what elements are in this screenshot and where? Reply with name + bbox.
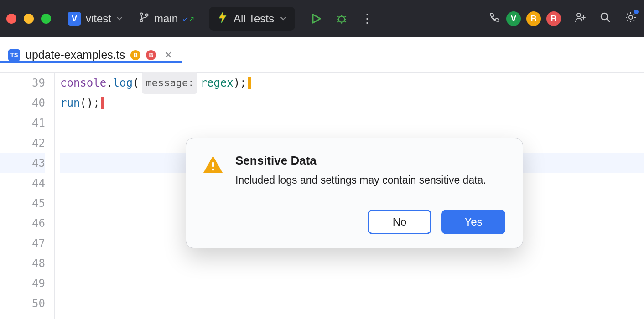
line-number: 45: [0, 193, 45, 213]
token: console: [60, 73, 106, 93]
minimize-window-icon[interactable]: [24, 14, 34, 24]
avatar[interactable]: B: [526, 11, 541, 26]
token: .: [106, 73, 113, 93]
branch-icon: [139, 12, 150, 26]
dialog-message: Included logs and settings may contain s…: [235, 172, 486, 188]
code-line[interactable]: run ();: [60, 93, 644, 113]
active-tab-indicator: [0, 61, 182, 63]
project-name: vitest: [86, 12, 111, 25]
add-user-icon[interactable]: [574, 11, 587, 26]
inspection-marker-icon: [248, 77, 251, 89]
chevron-down-icon: [280, 12, 287, 25]
svg-point-1: [140, 20, 143, 22]
svg-point-8: [212, 169, 214, 171]
tab-badge: B: [130, 50, 140, 60]
warning-icon: [202, 154, 224, 176]
code-line[interactable]: console . log ( message: regex );: [60, 73, 644, 93]
line-number: 44: [0, 173, 45, 193]
vcs-branch[interactable]: main ↙↗: [139, 12, 194, 26]
title-bar: V vitest main ↙↗ All Tests: [0, 0, 644, 37]
sync-arrows-icon: ↙↗: [182, 15, 194, 23]
editor-tabs: TS update-examples.ts B B ✕: [0, 37, 644, 73]
parameter-hint: message:: [142, 72, 197, 94]
svg-point-0: [140, 13, 143, 15]
token: log: [113, 73, 133, 93]
tab-badge: B: [146, 50, 156, 60]
project-icon: V: [68, 12, 81, 26]
no-button[interactable]: No: [368, 210, 431, 234]
inspection-marker-icon: [101, 97, 104, 109]
collaborators: V B B: [506, 11, 561, 26]
line-number: 49: [0, 273, 45, 293]
run-config-selector[interactable]: All Tests: [209, 7, 295, 31]
project-selector[interactable]: V vitest: [68, 12, 123, 26]
chevron-down-icon: [116, 12, 123, 25]
svg-point-3: [339, 16, 345, 22]
token: );: [234, 73, 247, 93]
gutter: 39 40 41 42 43 44 45 46 47 48 49 50: [0, 73, 55, 319]
run-icon[interactable]: [310, 12, 322, 25]
token: run: [60, 93, 80, 113]
line-number: 41: [0, 113, 45, 133]
lightning-icon: [217, 10, 228, 27]
token: ();: [80, 93, 99, 113]
line-number: 50: [0, 293, 45, 314]
code-line[interactable]: [60, 253, 644, 273]
svg-point-2: [146, 14, 148, 16]
code-line[interactable]: [60, 273, 644, 293]
code-line[interactable]: [60, 113, 644, 133]
line-number: 47: [0, 233, 45, 253]
svg-rect-7: [212, 162, 214, 167]
code-line[interactable]: [60, 293, 644, 314]
maximize-window-icon[interactable]: [41, 14, 51, 24]
token: (: [133, 73, 139, 93]
window-controls: [6, 14, 51, 24]
avatar[interactable]: B: [546, 11, 561, 26]
yes-button[interactable]: Yes: [441, 210, 505, 234]
line-number: 42: [0, 133, 45, 153]
more-vertical-icon[interactable]: ⋮: [361, 12, 374, 25]
dialog-title: Sensitive Data: [235, 154, 486, 168]
line-number: 39: [0, 73, 45, 93]
run-config-name: All Tests: [234, 12, 274, 25]
close-window-icon[interactable]: [6, 14, 16, 24]
toolbar-right-icons: [574, 10, 638, 27]
phone-icon[interactable]: [489, 11, 501, 26]
svg-point-4: [577, 13, 581, 17]
avatar[interactable]: V: [506, 11, 521, 26]
line-number: 40: [0, 93, 45, 113]
file-tab[interactable]: TS update-examples.ts B B ✕: [8, 48, 177, 62]
line-number: 43: [0, 153, 45, 173]
notification-dot-icon: [634, 10, 639, 14]
typescript-file-icon: TS: [8, 49, 20, 61]
close-tab-icon[interactable]: ✕: [164, 49, 172, 61]
line-number: 48: [0, 253, 45, 273]
run-debug-group: ⋮: [310, 12, 374, 25]
token: regex: [200, 73, 233, 93]
search-icon[interactable]: [599, 11, 611, 26]
debug-icon[interactable]: [335, 12, 348, 25]
file-tab-name: update-examples.ts: [26, 48, 125, 62]
settings-icon[interactable]: [624, 10, 638, 27]
svg-point-6: [629, 15, 633, 19]
sensitive-data-dialog: Sensitive Data Included logs and setting…: [186, 138, 523, 248]
line-number: 46: [0, 213, 45, 233]
branch-name: main: [154, 12, 178, 25]
